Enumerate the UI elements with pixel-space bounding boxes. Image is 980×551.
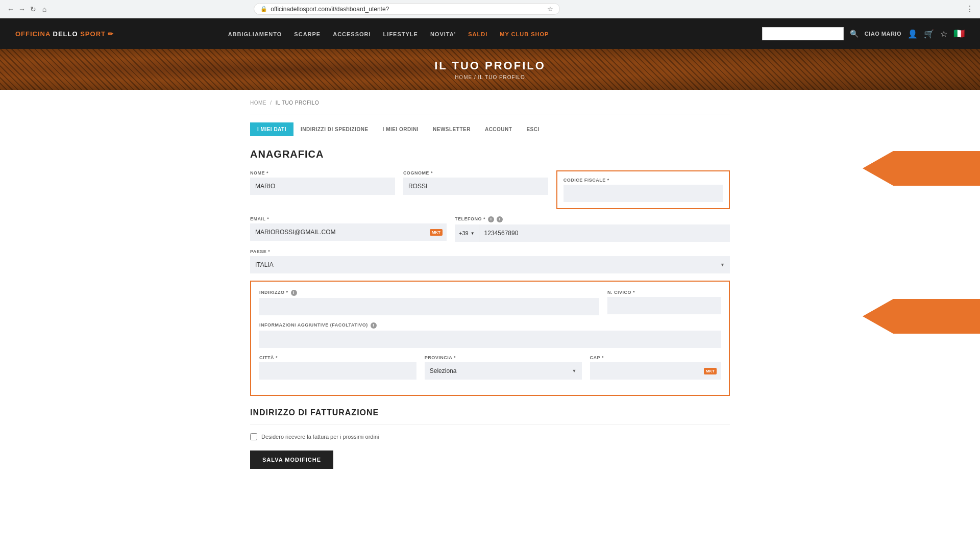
wishlist-icon[interactable]: ☆ — [940, 29, 947, 39]
citta-input[interactable] — [259, 362, 416, 380]
n-civico-input[interactable] — [607, 297, 721, 314]
fattura-checkbox[interactable] — [250, 433, 257, 440]
tab-i-miei-ordini[interactable]: I MIEI ORDINI — [376, 122, 426, 136]
info-aggiuntive-icon[interactable]: i — [371, 322, 377, 329]
form-row-indirizzo: Indirizzo * i N. Civico * — [259, 290, 721, 315]
email-label: Email * — [250, 216, 447, 221]
arrow-top-icon — [863, 151, 980, 186]
star-icon: ☆ — [547, 5, 553, 13]
cap-wrapper: MKT — [590, 362, 721, 380]
phone-prefix-selector[interactable]: +39 ▼ — [455, 224, 479, 242]
arrow-bottom-icon — [863, 299, 980, 334]
cognome-input[interactable] — [403, 178, 548, 195]
nome-input[interactable] — [250, 178, 395, 195]
phone-prefix-chevron: ▼ — [471, 231, 475, 236]
nome-group: Nome * — [250, 170, 395, 209]
telefono-input[interactable] — [479, 224, 730, 242]
provincia-label: Provincia * — [425, 355, 582, 360]
paese-select[interactable]: ITALIA — [250, 256, 730, 273]
indirizzo-label: Indirizzo * i — [259, 290, 599, 296]
tab-account[interactable]: ACCOUNT — [478, 122, 520, 136]
search-input[interactable] — [762, 27, 844, 40]
citta-label: Città * — [259, 355, 416, 360]
home-button[interactable]: ⌂ — [40, 5, 49, 14]
provincia-select[interactable]: Seleziona — [425, 362, 582, 380]
paese-label: Paese * — [250, 249, 730, 254]
user-icon[interactable]: 👤 — [908, 29, 918, 39]
breadcrumb-current: IL TUO PROFILO — [276, 100, 319, 106]
email-wrapper: MKT — [250, 223, 447, 241]
hero-breadcrumb: HOME / IL TUO PROFILO — [455, 74, 525, 80]
cap-input[interactable] — [590, 362, 721, 380]
email-input[interactable] — [250, 223, 447, 241]
tab-esci[interactable]: ESCI — [519, 122, 546, 136]
info-aggiuntive-input[interactable] — [259, 331, 721, 348]
fattura-label[interactable]: Desidero ricevere la fattura per i pross… — [261, 434, 379, 440]
more-icon[interactable]: ⋮ — [966, 4, 974, 14]
nav-accessori[interactable]: ACCESSORI — [333, 30, 371, 38]
fatturazione-title: INDIRIZZO DI FATTURAZIONE — [250, 403, 730, 417]
codice-fiscale-input[interactable] — [564, 185, 723, 202]
nome-label: Nome * — [250, 170, 395, 176]
hero-breadcrumb-sep: / — [474, 74, 476, 80]
nav-scarpe[interactable]: SCARPE — [294, 30, 321, 38]
n-civico-label: N. Civico * — [607, 290, 721, 295]
back-button[interactable]: ← — [6, 5, 15, 14]
tab-newsletter[interactable]: NEWSLETTER — [426, 122, 478, 136]
nav-novita[interactable]: NOVITA' — [430, 30, 456, 38]
nav-my-club-shop[interactable]: MY CLUB SHOP — [500, 30, 549, 38]
fatturazione-divider — [250, 424, 730, 425]
hero-breadcrumb-home[interactable]: HOME — [455, 74, 472, 80]
cap-label: CAP * — [590, 355, 721, 360]
form-row-city: Città * Provincia * Seleziona — [259, 355, 721, 380]
logo-officina: OFFICINA — [15, 30, 51, 38]
form-row-paese: Paese * ITALIA — [250, 249, 730, 273]
lock-icon: 🔒 — [260, 6, 267, 12]
refresh-button[interactable]: ↻ — [29, 5, 38, 14]
indirizzo-info-icon[interactable]: i — [291, 290, 297, 296]
browser-nav: ← → ↻ ⌂ — [6, 5, 49, 14]
telefono-info-icon-2[interactable]: i — [497, 216, 503, 222]
main-content: HOME / IL TUO PROFILO I MIEI DATI INDIRI… — [240, 90, 740, 479]
cognome-group: Cognome * — [403, 170, 548, 209]
email-group: Email * MKT — [250, 216, 447, 242]
phone-group: +39 ▼ — [455, 224, 730, 242]
indirizzo-group: Indirizzo * i — [259, 290, 599, 315]
save-button[interactable]: SALVA MODIFICHE — [250, 450, 333, 469]
telefono-group: Telefono * i i +39 ▼ — [455, 216, 730, 242]
divider — [250, 114, 730, 114]
info-aggiuntive-label: Informazioni Aggiuntive (facoltativo) i — [259, 322, 721, 329]
hero-breadcrumb-current: IL TUO PROFILO — [478, 74, 525, 80]
citta-group: Città * — [259, 355, 416, 380]
indirizzo-input[interactable] — [259, 298, 599, 315]
paese-wrapper: ITALIA — [250, 256, 730, 273]
form-row-info-aggiuntive: Informazioni Aggiuntive (facoltativo) i — [259, 322, 721, 348]
n-civico-group: N. Civico * — [607, 290, 721, 315]
nav-lifestyle[interactable]: LIFESTYLE — [383, 30, 418, 38]
provincia-wrapper: Seleziona — [425, 362, 582, 380]
flag-icon[interactable]: 🇮🇹 — [953, 28, 965, 39]
paese-group: Paese * ITALIA — [250, 249, 730, 273]
logo-sport: SPORT — [80, 30, 106, 38]
url-bar[interactable]: 🔒 officinadellosport.com/it/dashboard_ut… — [254, 3, 560, 15]
forward-button[interactable]: → — [17, 5, 27, 14]
profile-tabs: I MIEI DATI INDIRIZZI DI SPEDIZIONE I MI… — [250, 122, 730, 136]
search-icon[interactable]: 🔍 — [850, 30, 859, 38]
page-breadcrumb: HOME / IL TUO PROFILO — [250, 100, 730, 106]
codice-fiscale-label: Codice fiscale * — [564, 178, 723, 183]
nav-abbigliamento[interactable]: ABBIGLIAMENTO — [228, 30, 282, 38]
breadcrumb-sep: / — [270, 100, 272, 106]
logo[interactable]: OFFICINA DELLO SPORT✏ — [15, 30, 114, 38]
info-aggiuntive-group: Informazioni Aggiuntive (facoltativo) i — [259, 322, 721, 348]
browser-chrome: ← → ↻ ⌂ 🔒 officinadellosport.com/it/dash… — [0, 0, 980, 18]
svg-marker-0 — [863, 151, 980, 186]
tab-i-miei-dati[interactable]: I MIEI DATI — [250, 122, 293, 136]
breadcrumb-home[interactable]: HOME — [250, 100, 266, 106]
url-text: officinadellosport.com/it/dashboard_uten… — [271, 6, 544, 13]
tab-indirizzi-spedizione[interactable]: INDIRIZZI DI SPEDIZIONE — [293, 122, 376, 136]
form-row-contact: Email * MKT Telefono * i i +39 ▼ — [250, 216, 730, 242]
cart-icon[interactable]: 🛒 — [924, 29, 934, 39]
telefono-info-icon[interactable]: i — [488, 216, 494, 222]
nav-saldi[interactable]: SALDI — [468, 30, 487, 38]
indirizzo-box: Indirizzo * i N. Civico * Informazioni A — [250, 281, 730, 396]
